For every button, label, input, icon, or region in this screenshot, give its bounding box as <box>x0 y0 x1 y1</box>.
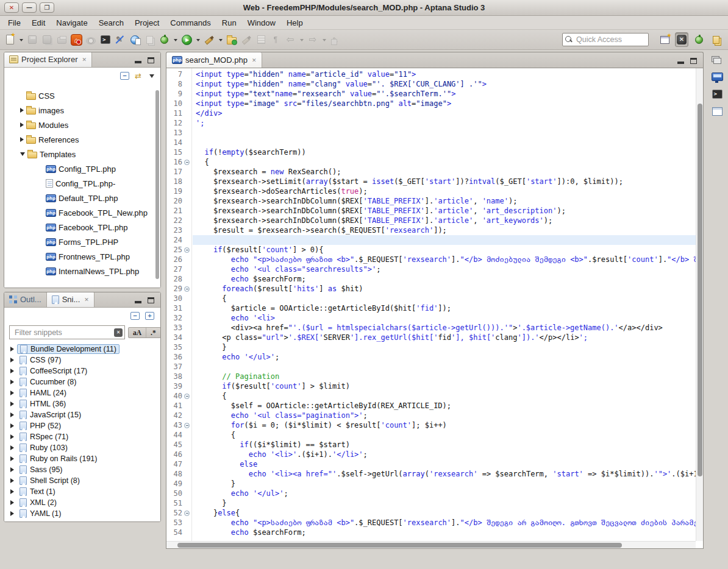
code-line[interactable]: <input type="text"name="rexsearch" value… <box>196 89 696 99</box>
case-sensitive-button[interactable]: aA <box>129 328 146 338</box>
code-line[interactable]: $article = OOArticle::getArticleById($hi… <box>196 303 696 313</box>
chevron-collapsed-icon[interactable] <box>10 445 14 450</box>
web-page-button[interactable] <box>128 32 141 47</box>
chevron-collapsed-icon[interactable] <box>20 137 24 142</box>
code-line[interactable]: { <box>196 430 696 440</box>
code-line[interactable]: else <box>196 459 696 469</box>
no-edit-pencil-button[interactable] <box>113 32 127 47</box>
snippet-bundle-rspec[interactable]: RSpec (71) <box>8 431 160 442</box>
code-line[interactable]: $self = OOArticle::getArticleById(REX_AR… <box>196 401 696 411</box>
code-line[interactable]: } <box>196 479 696 489</box>
code-line[interactable]: // Pagination <box>196 372 696 381</box>
close-icon[interactable]: ✕ <box>252 57 257 63</box>
chevron-collapsed-icon[interactable] <box>10 489 14 494</box>
code-line[interactable]: if(($i*$limit) == $start) <box>196 440 696 450</box>
restore-view-icon[interactable] <box>713 58 721 64</box>
chevron-collapsed-icon[interactable] <box>10 423 14 428</box>
menu-window[interactable]: Window <box>242 17 281 29</box>
tree-item-default-tpl-php[interactable]: Default_TPL.php <box>4 191 160 205</box>
fold-marker[interactable] <box>182 247 191 253</box>
tab-outline[interactable]: Outl... <box>4 292 47 307</box>
snippet-bundle-haml[interactable]: HAML (24) <box>8 387 160 398</box>
fold-collapse-icon[interactable] <box>184 160 190 165</box>
code-line[interactable]: </div> <box>196 108 696 118</box>
code-line[interactable]: if($result['count'] > $limit) <box>196 381 696 391</box>
snippet-bundle-text[interactable]: Text (1) <box>8 486 160 497</box>
fold-collapse-icon[interactable] <box>184 286 190 292</box>
tree-item-modules[interactable]: Modules <box>4 118 160 132</box>
code-line[interactable]: } <box>196 498 696 508</box>
chevron-collapsed-icon[interactable] <box>10 380 14 384</box>
code-line[interactable]: { <box>196 391 696 401</box>
link-with-editor-icon[interactable] <box>135 72 144 80</box>
chevron-collapsed-icon[interactable] <box>20 108 24 113</box>
chevron-collapsed-icon[interactable] <box>10 401 14 406</box>
snippet-bundle-shell-script[interactable]: Shell Script (8) <box>8 475 160 486</box>
web-preview-icon[interactable] <box>712 72 723 81</box>
chevron-collapsed-icon[interactable] <box>10 369 14 373</box>
collapse-all-icon[interactable]: − <box>130 312 140 320</box>
snippet-bundle-javascript[interactable]: JavaScript (15) <box>8 409 160 420</box>
regex-button[interactable]: .* <box>146 328 160 338</box>
tree-item-facebook-tpl-new-php[interactable]: Facebook_TPL_New.php <box>4 205 160 220</box>
tab-search-mod-php[interactable]: search_MOD.php ✕ <box>166 52 262 68</box>
snippet-bundle-bundle-development[interactable]: Bundle Development (11) <box>8 344 160 355</box>
debug-dropdown[interactable] <box>172 32 179 47</box>
snippet-bundle-coffeescript[interactable]: CoffeeScript (17) <box>8 366 160 376</box>
other-perspective-button[interactable] <box>709 32 723 47</box>
code-line[interactable]: $rexsearch->searchInDbColumn($REX['TABLE… <box>196 206 696 216</box>
chevron-collapsed-icon[interactable] <box>10 391 14 395</box>
maximize-view-icon[interactable] <box>148 57 154 63</box>
snippet-bundle-cucumber[interactable]: Cucumber (8) <box>8 376 160 387</box>
fold-collapse-icon[interactable] <box>184 511 190 516</box>
home-button[interactable] <box>70 32 83 47</box>
menu-run[interactable]: Run <box>216 17 242 29</box>
quick-access-input[interactable] <box>575 35 646 44</box>
code-line[interactable]: echo '<ul class="pagination">'; <box>196 411 696 420</box>
run-button[interactable] <box>180 32 193 47</box>
project-tree-scrollbar[interactable] <box>155 90 159 279</box>
code-line[interactable] <box>196 138 696 147</box>
code-line[interactable] <box>193 235 696 245</box>
fold-collapse-icon[interactable] <box>184 423 190 428</box>
window-maximize-button[interactable]: ❐ <box>40 2 54 13</box>
chevron-collapsed-icon[interactable] <box>10 358 14 362</box>
minimize-editor-icon[interactable] <box>677 62 684 64</box>
fold-marker[interactable] <box>182 160 191 165</box>
close-icon[interactable]: ✕ <box>82 57 87 63</box>
minimize-view-icon[interactable] <box>135 61 141 63</box>
web-perspective-button[interactable] <box>675 32 688 47</box>
window-minimize-button[interactable]: — <box>22 2 37 13</box>
view-menu-icon[interactable] <box>149 74 154 80</box>
clear-filter-icon[interactable]: ✕ <box>114 328 123 337</box>
vscroll-thumb[interactable] <box>698 104 702 476</box>
code-line[interactable]: echo '</ul>'; <box>196 352 696 362</box>
menu-help[interactable]: Help <box>281 17 309 29</box>
code-line[interactable]: <input type="hidden" name="clang" value=… <box>196 79 696 89</box>
tree-item-config-tpl-php[interactable]: Config_TPL.php <box>4 161 160 176</box>
chevron-collapsed-icon[interactable] <box>10 500 14 505</box>
code-line[interactable]: echo '<li><a href="'.$self->getUrl(array… <box>196 469 696 479</box>
code-line[interactable]: { <box>196 294 696 303</box>
menu-file[interactable]: File <box>2 17 26 29</box>
code-line[interactable]: echo $searchForm; <box>196 528 696 537</box>
chevron-collapsed-icon[interactable] <box>10 434 14 439</box>
chevron-collapsed-icon[interactable] <box>10 347 14 352</box>
snippet-bundle-xml[interactable]: XML (2) <box>8 497 160 508</box>
tab-project-explorer[interactable]: Project Explorer ✕ <box>4 52 92 67</box>
code-line[interactable]: $rexsearch->setLimit(array($start = isse… <box>196 177 696 186</box>
code-line[interactable]: echo $searchForm; <box>196 274 696 284</box>
fold-collapse-icon[interactable] <box>184 394 190 399</box>
chevron-collapsed-icon[interactable] <box>10 467 14 472</box>
code-line[interactable]: $rexsearch->doSearchArticles(true); <box>196 186 696 196</box>
tree-item-images[interactable]: images <box>4 103 160 118</box>
snippet-bundle-css[interactable]: CSS (97) <box>8 355 160 366</box>
menu-project[interactable]: Project <box>129 17 165 29</box>
debug-perspective-button[interactable] <box>692 32 705 47</box>
code-line[interactable]: echo "<p>საძიებო ფრაზამ <b>".$_REQUEST['… <box>196 518 696 528</box>
tree-item-references[interactable]: References <box>4 132 160 147</box>
menu-edit[interactable]: Edit <box>26 17 51 29</box>
snippet-bundle-php[interactable]: PHP (52) <box>8 420 160 431</box>
code-line[interactable]: $result = $rexsearch->search($_REQUEST['… <box>196 225 696 235</box>
snippet-bundle-sass[interactable]: Sass (95) <box>8 464 160 475</box>
